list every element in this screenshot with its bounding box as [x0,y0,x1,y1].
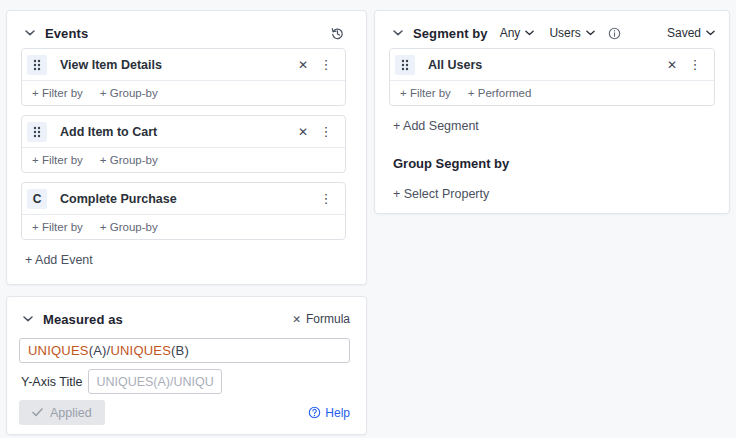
kebab-menu-icon[interactable]: ⋮ [317,190,335,208]
chevron-down-icon[interactable] [25,30,35,36]
filter-by-button[interactable]: + Filter by [32,154,83,166]
close-icon[interactable]: ✕ [663,56,681,74]
performed-button[interactable]: + Performed [468,87,532,99]
event-name[interactable]: View Item Details [60,58,162,72]
measured-panel-header: Measured as ✕ Formula [19,310,350,328]
y-axis-title-input[interactable] [88,369,222,394]
segment-panel: Segment by Any Users Saved All Users ✕ ⋮ [374,10,730,214]
filter-by-button[interactable]: + Filter by [400,87,451,99]
group-by-button[interactable]: + Group-by [100,87,158,99]
formula-input[interactable]: UNIQUES(A)/UNIQUES(B) [19,338,350,363]
close-icon[interactable]: ✕ [294,56,312,74]
close-icon[interactable]: ✕ [294,123,312,141]
kebab-menu-icon[interactable]: ⋮ [317,123,335,141]
help-link[interactable]: Help [308,406,350,420]
segment-card: All Users ✕ ⋮ + Filter by + Performed [389,48,715,106]
saved-dropdown[interactable]: Saved [667,26,715,40]
match-type-dropdown[interactable]: Any [500,26,535,40]
events-panel-title: Events [45,26,88,41]
chevron-down-icon[interactable] [393,30,403,36]
drag-handle-icon[interactable] [27,55,47,75]
filter-by-button[interactable]: + Filter by [32,221,83,233]
kebab-menu-icon[interactable]: ⋮ [317,56,335,74]
filter-by-button[interactable]: + Filter by [32,87,83,99]
user-type-dropdown[interactable]: Users [549,26,594,40]
events-panel: Events View Item Details ✕ ⋮ + Filter by… [6,10,367,285]
segment-panel-header: Segment by Any Users Saved [389,24,715,42]
segment-name[interactable]: All Users [428,58,482,72]
add-segment-button[interactable]: + Add Segment [393,119,479,133]
event-card: View Item Details ✕ ⋮ + Filter by + Grou… [21,48,346,106]
drag-handle-icon[interactable] [27,122,47,142]
measured-as-panel: Measured as ✕ Formula UNIQUES(A)/UNIQUES… [6,296,367,435]
drag-handle-icon[interactable] [395,55,415,75]
measured-panel-title: Measured as [43,312,123,327]
applied-button[interactable]: Applied [19,400,105,425]
group-by-button[interactable]: + Group-by [100,221,158,233]
y-axis-title-label: Y-Axis Title [21,375,82,389]
select-property-button[interactable]: + Select Property [393,187,489,201]
event-card: Add Item to Cart ✕ ⋮ + Filter by + Group… [21,115,346,173]
events-panel-header: Events [21,24,346,42]
add-event-button[interactable]: + Add Event [25,253,93,267]
info-icon[interactable] [608,27,621,40]
kebab-menu-icon[interactable]: ⋮ [686,56,704,74]
group-segment-by-title: Group Segment by [393,156,715,171]
question-circle-icon [308,406,321,419]
event-name[interactable]: Complete Purchase [60,192,177,206]
close-icon: ✕ [292,313,301,325]
check-icon [32,408,43,417]
formula-remove-button[interactable]: ✕ Formula [292,312,350,326]
group-by-button[interactable]: + Group-by [100,154,158,166]
event-name[interactable]: Add Item to Cart [60,125,157,139]
event-letter-badge: C [27,189,47,209]
segment-panel-title: Segment by [413,26,488,41]
history-icon[interactable] [328,24,346,42]
chevron-down-icon[interactable] [23,316,33,322]
event-card: C Complete Purchase ⋮ + Filter by + Grou… [21,182,346,240]
